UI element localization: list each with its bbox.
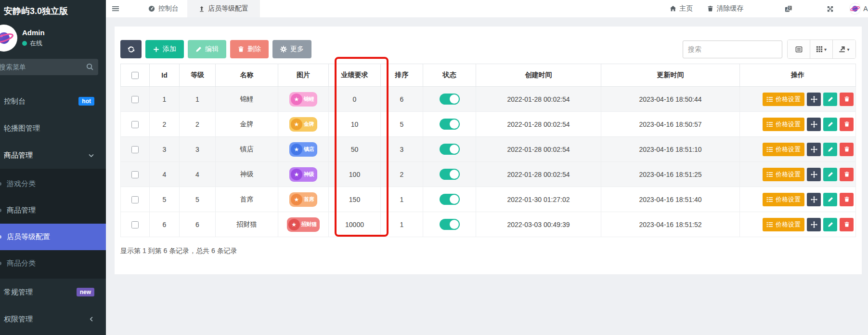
status-toggle[interactable] bbox=[440, 169, 460, 180]
select-all-checkbox[interactable] bbox=[131, 72, 139, 79]
sidebar-item-goods-sub[interactable]: 商品管理 bbox=[0, 197, 106, 224]
move-row-button[interactable] bbox=[807, 193, 821, 206]
row-checkbox[interactable] bbox=[131, 121, 139, 128]
status-toggle[interactable] bbox=[440, 194, 460, 205]
avatar bbox=[0, 25, 17, 52]
row-checkbox[interactable] bbox=[131, 146, 139, 153]
sidebar: 安静屿3.0独立版 Admin 在线 控制台 ho bbox=[0, 0, 106, 335]
topbar: 控制台 店员等级配置 主页 清除缓存 A 文 bbox=[106, 0, 868, 17]
sidebar-toggle-button[interactable] bbox=[106, 0, 125, 17]
edit-row-button[interactable] bbox=[823, 193, 837, 206]
columns-dropdown-button[interactable]: ▾ bbox=[810, 40, 833, 58]
status-toggle[interactable] bbox=[440, 94, 460, 105]
level-badge-image: ★镇店 bbox=[289, 142, 317, 157]
column-header[interactable]: 业绩要求 bbox=[329, 64, 381, 87]
column-header[interactable]: Id bbox=[150, 64, 180, 87]
level-badge-image: ★金牌 bbox=[289, 117, 317, 132]
pencil-icon bbox=[195, 46, 202, 53]
level-table: Id等级名称图片业绩要求排序状态创建时间更新时间操作 11锦鲤★锦鲤062022… bbox=[120, 64, 856, 237]
edit-row-button[interactable] bbox=[823, 118, 837, 131]
row-checkbox[interactable] bbox=[131, 96, 139, 103]
table-row: 22金牌★金牌1052022-01-28 00:02:542023-04-16 … bbox=[121, 112, 856, 137]
price-settings-button[interactable]: 价格设置 bbox=[763, 118, 804, 131]
column-header[interactable]: 更新时间 bbox=[601, 64, 740, 87]
edit-row-button[interactable] bbox=[823, 93, 837, 106]
column-header[interactable]: 名称 bbox=[216, 64, 278, 87]
home-link[interactable]: 主页 bbox=[670, 4, 693, 13]
star-medal-icon: ★ bbox=[291, 144, 302, 155]
list-bullets-icon bbox=[766, 196, 773, 203]
export-icon bbox=[839, 46, 845, 53]
delete-row-button[interactable] bbox=[840, 143, 854, 156]
delete-row-button[interactable] bbox=[840, 168, 854, 181]
move-row-button[interactable] bbox=[807, 218, 821, 231]
sidebar-submenu: 游戏分类 商品管理 店员等级配置 商品分类 bbox=[0, 169, 106, 279]
table-search-input[interactable] bbox=[683, 40, 782, 58]
delete-button[interactable]: 删除 bbox=[230, 40, 269, 58]
tab-clerk-level-config[interactable]: 店员等级配置 bbox=[187, 0, 260, 17]
delete-row-button[interactable] bbox=[840, 118, 854, 131]
delete-row-button[interactable] bbox=[840, 93, 854, 106]
price-settings-button[interactable]: 价格设置 bbox=[763, 143, 804, 156]
sidebar-item-goods-management[interactable]: 商品管理 bbox=[0, 142, 106, 169]
toggle-knob bbox=[450, 220, 459, 229]
move-row-button[interactable] bbox=[807, 93, 821, 106]
sidebar-item-permission-management[interactable]: 权限管理 bbox=[0, 306, 106, 333]
caret-down-icon: ▾ bbox=[824, 47, 827, 52]
move-icon bbox=[811, 146, 817, 153]
price-settings-button[interactable]: 价格设置 bbox=[763, 93, 804, 106]
pencil-icon bbox=[828, 96, 833, 102]
menu-search-input[interactable] bbox=[0, 59, 98, 75]
row-checkbox[interactable] bbox=[131, 171, 139, 178]
trash-icon bbox=[844, 196, 850, 202]
row-checkbox[interactable] bbox=[131, 221, 139, 228]
cell-requirement: 10000 bbox=[329, 212, 381, 237]
export-dropdown-button[interactable]: ▾ bbox=[833, 40, 855, 58]
toggle-knob bbox=[450, 195, 459, 204]
level-badge-image: ★锦鲤 bbox=[289, 92, 317, 107]
translate-icon-button[interactable]: A 文 bbox=[785, 5, 792, 13]
cell-updated: 2023-04-16 18:51:10 bbox=[601, 137, 740, 162]
toggle-view-button[interactable] bbox=[788, 40, 810, 58]
move-row-button[interactable] bbox=[807, 143, 821, 156]
sidebar-item-general-management[interactable]: 常规管理 new bbox=[0, 279, 106, 306]
status-toggle[interactable] bbox=[440, 144, 460, 155]
fullscreen-button[interactable] bbox=[827, 5, 834, 13]
column-header[interactable]: 排序 bbox=[381, 64, 423, 87]
edit-row-button[interactable] bbox=[823, 218, 837, 231]
price-settings-button[interactable]: 价格设置 bbox=[763, 168, 804, 181]
status-toggle[interactable] bbox=[440, 219, 460, 230]
column-header[interactable]: 图片 bbox=[278, 64, 329, 87]
add-button[interactable]: 添加 bbox=[145, 40, 184, 58]
sidebar-item-carousel[interactable]: 轮播图管理 bbox=[0, 115, 106, 142]
status-toggle[interactable] bbox=[440, 119, 460, 130]
refresh-button[interactable] bbox=[120, 40, 142, 58]
cell-actions: 价格设置 bbox=[740, 112, 856, 137]
price-settings-button[interactable]: 价格设置 bbox=[763, 193, 804, 206]
topbar-user-menu[interactable]: Admin bbox=[850, 3, 868, 14]
tab-console[interactable]: 控制台 bbox=[140, 0, 187, 17]
column-header[interactable]: 操作 bbox=[740, 64, 856, 87]
move-row-button[interactable] bbox=[807, 168, 821, 181]
edit-button[interactable]: 编辑 bbox=[188, 40, 226, 58]
sidebar-item-label: 游戏分类 bbox=[7, 179, 94, 188]
sidebar-item-goods-category[interactable]: 商品分类 bbox=[0, 250, 106, 277]
delete-row-button[interactable] bbox=[840, 193, 854, 206]
sidebar-item-game-category[interactable]: 游戏分类 bbox=[0, 171, 106, 197]
row-checkbox[interactable] bbox=[131, 196, 139, 203]
edit-row-button[interactable] bbox=[823, 168, 837, 181]
cell-status bbox=[423, 137, 476, 162]
edit-row-button[interactable] bbox=[823, 143, 837, 156]
column-header[interactable]: 状态 bbox=[423, 64, 476, 87]
move-row-button[interactable] bbox=[807, 118, 821, 131]
price-settings-button[interactable]: 价格设置 bbox=[763, 218, 804, 231]
more-button[interactable]: 更多 bbox=[272, 40, 311, 58]
column-header[interactable]: 创建时间 bbox=[476, 64, 601, 87]
column-header[interactable]: 等级 bbox=[180, 64, 216, 87]
clear-cache-button[interactable]: 清除缓存 bbox=[707, 4, 743, 13]
star-medal-icon: ★ bbox=[291, 194, 302, 205]
sidebar-item-clerk-level-config[interactable]: 店员等级配置 bbox=[0, 224, 106, 250]
delete-row-button[interactable] bbox=[840, 218, 854, 231]
badge-text: 神级 bbox=[304, 171, 314, 178]
sidebar-item-console[interactable]: 控制台 hot bbox=[0, 88, 106, 115]
